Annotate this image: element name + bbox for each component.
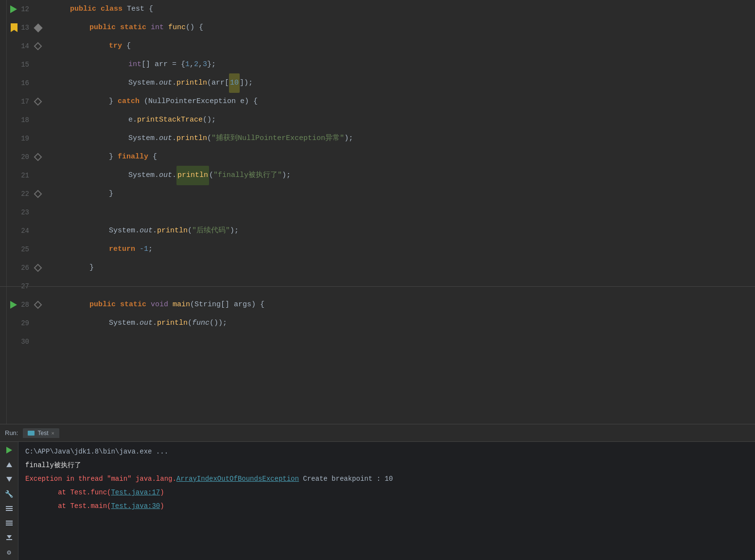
line-num-28: 28 [18,301,33,309]
run-icon-19 [9,134,18,143]
code-line-21[interactable]: System.out.println("finally被执行了"); [70,166,755,185]
output-line-4: at Test.func(Test.java:17) [25,486,748,499]
paren-close-21: ); [282,166,291,185]
play-run-button[interactable] [4,445,15,455]
kw-try: try [109,37,122,55]
run-tab-bar: Run: Test × [0,424,755,442]
println-29: println [157,314,188,332]
method-printStackTrace: printStackTrace [137,111,203,129]
breakpoint-14[interactable] [33,43,43,49]
code-lines[interactable]: public class Test { public static int fu… [65,0,755,424]
comma2: , [198,55,203,74]
num-2: 2 [194,55,198,74]
line-num-18: 18 [18,116,33,124]
close-tab-button[interactable]: × [51,430,54,436]
play-icon [6,447,12,454]
lines-button[interactable] [4,503,15,514]
breakpoint-17[interactable] [33,99,43,105]
output-cmd: C:\APP\Java\jdk1.8\bin\java.exe ... [25,448,168,455]
run-tab[interactable]: Test × [23,428,59,438]
gutter-row-30: 30 [7,332,65,351]
run-output[interactable]: C:\APP\Java\jdk1.8\bin\java.exe ... fina… [18,442,755,560]
scroll-down-button[interactable] [4,474,15,485]
kw-finally: finally [118,148,148,166]
run-icon-21 [9,171,18,180]
scroll-up-button[interactable] [4,459,15,470]
code-line-27[interactable] [70,277,755,296]
string-24: "后续代码" [192,222,230,240]
code-line-26[interactable]: } [70,259,755,277]
breakpoint-20[interactable] [33,154,43,160]
paren-close-16: ]); [240,74,253,92]
breakpoint-28[interactable] [33,302,43,308]
code-line-15[interactable]: int[] arr = {1,2,3}; [70,55,755,74]
close-func: } [89,259,94,277]
output-at2-close: ) [160,502,164,510]
system-29: System. [109,314,140,332]
settings-button[interactable]: ⚙ [4,547,15,558]
code-line-17[interactable]: } catch (NullPointerException e) { [70,92,755,111]
gutter-row-25: 25 [7,240,65,259]
dot-16: . [172,74,176,92]
line-num-19: 19 [18,135,33,142]
run-icon-22 [9,189,18,199]
wrench-icon: 🔧 [5,490,13,498]
gutter-row-22: 22 [7,185,65,203]
tab-icon [28,431,35,436]
output-finally: finally被执行了 [25,461,81,470]
code-line-16[interactable]: System.out.println(arr[10]); [70,74,755,92]
gutter-row-13: 13 [7,18,65,37]
output-at2-link[interactable]: Test.java:30 [111,502,160,510]
code-line-12[interactable]: public class Test { [70,0,755,18]
output-exception-prefix: Exception in thread "main" java.lang. [25,475,176,483]
code-line-24[interactable]: System.out.println("后续代码"); [70,222,755,240]
line-num-17: 17 [18,98,33,105]
code-line-19[interactable]: System.out.println("捕获到NullPointerExcept… [70,129,755,148]
line-num-16: 16 [18,79,33,87]
gutter-row-15: 15 [7,55,65,74]
line-num-26: 26 [18,264,33,272]
run-icon-16 [9,78,18,88]
breakpoint-13[interactable] [33,25,43,31]
code-line-13[interactable]: public static int func() { [70,18,755,37]
system-24: System. [109,222,140,240]
download-button[interactable] [4,532,15,543]
dot-24: . [153,222,157,240]
line-num-22: 22 [18,190,33,198]
line-num-29: 29 [18,319,33,327]
code-line-29[interactable]: System.out.println(func()); [70,314,755,332]
run-icon-29 [9,318,18,328]
output-at1-link[interactable]: Test.java:17 [111,489,160,496]
arrow-up-icon [6,462,12,467]
output-exception-link[interactable]: ArrayIndexOutOfBoundsException [176,475,299,483]
code-line-30[interactable] [70,332,755,351]
code-line-28[interactable]: public static void main(String[] args) { [70,296,755,314]
brace: { [144,0,153,18]
bookmark-icon-13[interactable] [9,23,18,33]
run-sidebar: 🔧 ⚙ [0,442,18,560]
run-panel: Run: Test × 🔧 [0,424,755,560]
left-sidebar [0,0,7,424]
close-catch: } [109,148,118,166]
run-icon-28[interactable] [9,300,18,310]
code-line-14[interactable]: try { [70,37,755,55]
breakpoint-26[interactable] [33,265,43,271]
code-line-20[interactable]: } finally { [70,148,755,166]
kw-public-28: public [89,296,120,314]
run-icon-18 [9,115,18,125]
keyword-class: class [101,0,127,18]
breakpoint-22[interactable] [33,191,43,197]
code-line-18[interactable]: e.printStackTrace(); [70,111,755,129]
wrench-button[interactable]: 🔧 [4,489,15,499]
list-button[interactable] [4,518,15,528]
num-1: 1 [185,55,190,74]
out-21: out [159,166,172,185]
output-at2-method: main [90,502,107,510]
code-line-23[interactable] [70,203,755,222]
gear-icon: ⚙ [7,548,11,557]
e-18: e. [128,111,137,129]
code-line-25[interactable]: return -1; [70,240,755,259]
run-icon-24 [9,226,18,236]
run-icon-12[interactable] [9,4,18,14]
code-line-22[interactable]: } [70,185,755,203]
